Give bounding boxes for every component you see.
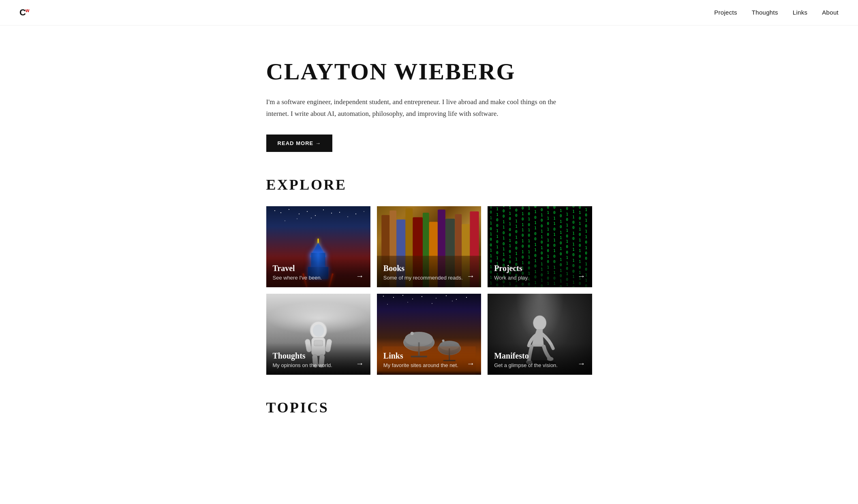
svg-text:1: 1 <box>509 222 511 226</box>
read-more-button[interactable]: READ MORE → <box>266 135 333 152</box>
svg-text:1: 1 <box>560 230 562 234</box>
svg-text:0: 0 <box>572 237 574 241</box>
svg-text:1: 1 <box>579 211 581 215</box>
svg-text:1: 1 <box>572 248 574 252</box>
explore-title: EXPLORE <box>266 176 592 193</box>
site-logo[interactable]: Cw <box>19 7 29 18</box>
card-books[interactable]: Books Some of my recommended reads. → <box>377 206 481 287</box>
svg-text:0: 0 <box>490 226 492 231</box>
svg-text:0: 0 <box>541 207 543 211</box>
nav-links: Projects Thoughts Links About <box>714 9 839 16</box>
svg-text:0: 0 <box>496 218 498 222</box>
svg-text:0: 0 <box>528 211 530 216</box>
svg-text:1: 1 <box>490 221 492 225</box>
svg-text:1: 1 <box>534 226 536 230</box>
svg-text:0: 0 <box>541 240 543 244</box>
svg-text:1: 1 <box>566 223 568 227</box>
nav-link-projects[interactable]: Projects <box>714 9 737 16</box>
svg-text:0: 0 <box>579 233 581 237</box>
svg-text:1: 1 <box>534 210 536 214</box>
svg-text:0: 0 <box>528 244 530 248</box>
main-content: CLAYTON WIEBERG I'm a software engineer,… <box>247 26 612 453</box>
card-travel-arrow: → <box>356 271 364 281</box>
svg-text:0: 0 <box>515 208 517 212</box>
svg-text:1: 1 <box>490 248 492 252</box>
nav-link-links[interactable]: Links <box>793 9 808 16</box>
card-books-label: Books <box>383 264 475 273</box>
svg-text:0: 0 <box>522 244 524 248</box>
card-manifesto-label: Manifesto <box>494 351 585 361</box>
svg-text:0: 0 <box>503 209 505 213</box>
svg-text:1: 1 <box>566 239 568 243</box>
hero-description: I'm a software engineer, independent stu… <box>266 96 566 120</box>
svg-text:0: 0 <box>515 246 517 250</box>
svg-text:0: 0 <box>496 224 498 228</box>
svg-text:1: 1 <box>522 250 524 254</box>
card-projects-arrow: → <box>578 271 586 281</box>
svg-text:0: 0 <box>515 241 517 245</box>
explore-section: EXPLORE <box>266 176 592 375</box>
card-books-desc: Some of my recommended reads. <box>383 275 475 281</box>
svg-text:0: 0 <box>566 250 568 254</box>
svg-text:1: 1 <box>509 211 511 215</box>
svg-text:1: 1 <box>579 249 581 253</box>
card-projects-label: Projects <box>494 264 585 273</box>
svg-text:1: 1 <box>522 211 524 216</box>
svg-text:1: 1 <box>585 246 587 250</box>
svg-text:0: 0 <box>503 241 505 246</box>
card-travel[interactable]: Travel See where I've been. → <box>266 206 370 287</box>
explore-cards-row1: Travel See where I've been. → <box>266 206 592 287</box>
card-links[interactable]: Links My favorite sites around the net. … <box>377 294 481 375</box>
svg-text:1: 1 <box>541 246 543 250</box>
svg-text:1: 1 <box>579 238 581 242</box>
svg-text:0: 0 <box>541 224 543 228</box>
svg-text:1: 1 <box>553 249 555 253</box>
svg-text:0: 0 <box>572 226 574 230</box>
svg-text:0: 0 <box>553 243 555 248</box>
svg-text:0: 0 <box>522 206 524 210</box>
svg-text:1: 1 <box>503 236 505 240</box>
card-thoughts[interactable]: Thoughts My opinions on the world. → <box>266 294 370 375</box>
svg-text:0: 0 <box>547 249 549 253</box>
svg-text:0: 0 <box>522 217 524 221</box>
svg-text:0: 0 <box>534 232 536 236</box>
svg-text:1: 1 <box>547 227 549 231</box>
svg-text:1: 1 <box>541 213 543 217</box>
svg-text:1: 1 <box>496 234 498 238</box>
svg-text:1: 1 <box>585 218 587 222</box>
svg-text:1: 1 <box>566 212 568 216</box>
card-thoughts-arrow: → <box>356 359 364 368</box>
svg-text:1: 1 <box>547 211 549 215</box>
svg-text:1: 1 <box>528 239 530 243</box>
card-projects[interactable]: 1 0 1 1 0 1 0 0 1 1 0 1 0 <box>488 206 592 287</box>
svg-text:1: 1 <box>522 239 524 243</box>
svg-text:1: 1 <box>560 219 562 223</box>
card-thoughts-label: Thoughts <box>273 351 364 361</box>
svg-text:1: 1 <box>522 222 524 226</box>
svg-text:1: 1 <box>541 229 543 233</box>
card-travel-desc: See where I've been. <box>273 275 364 281</box>
svg-text:0: 0 <box>534 237 536 241</box>
svg-text:1: 1 <box>553 233 555 237</box>
nav-link-thoughts[interactable]: Thoughts <box>752 9 778 16</box>
svg-text:0: 0 <box>566 245 568 249</box>
svg-text:1: 1 <box>572 231 574 235</box>
svg-text:0: 0 <box>547 243 549 248</box>
svg-text:1: 1 <box>528 250 530 254</box>
svg-text:1: 1 <box>528 217 530 221</box>
svg-text:0: 0 <box>509 217 511 221</box>
svg-text:0: 0 <box>503 231 505 235</box>
svg-text:0: 0 <box>566 218 568 222</box>
svg-text:0: 0 <box>509 249 511 253</box>
svg-text:0: 0 <box>579 206 581 209</box>
nav-link-about[interactable]: About <box>822 9 839 16</box>
svg-text:0: 0 <box>547 233 549 237</box>
svg-text:1: 1 <box>553 216 555 220</box>
svg-text:0: 0 <box>490 210 492 214</box>
svg-text:1: 1 <box>522 228 524 232</box>
svg-text:1: 1 <box>490 216 492 220</box>
card-manifesto[interactable]: Manifesto Get a glimpse of the vision. → <box>488 294 592 375</box>
svg-text:1: 1 <box>572 209 574 214</box>
svg-text:1: 1 <box>560 236 562 240</box>
svg-text:0: 0 <box>585 224 587 228</box>
